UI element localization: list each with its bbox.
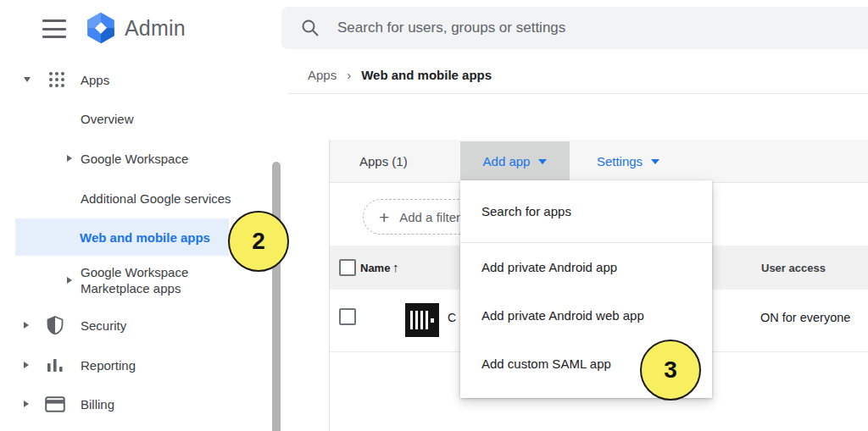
chevron-right-icon bbox=[67, 155, 72, 162]
search-icon bbox=[300, 18, 320, 38]
add-filter-label: Add a filter bbox=[399, 210, 460, 224]
menu-item-label: Search for apps bbox=[481, 204, 571, 218]
menu-item-add-private-android-app[interactable]: Add private Android app bbox=[460, 243, 712, 291]
sidebar-item-label: Overview bbox=[81, 112, 134, 126]
chevron-right-icon bbox=[24, 322, 29, 329]
step-2-annotation-badge: 2 bbox=[228, 211, 289, 272]
sidebar-item-label: Billing bbox=[81, 397, 114, 412]
sidebar-scrollbar[interactable] bbox=[272, 162, 281, 431]
credit-card-icon bbox=[45, 396, 65, 412]
sidebar-item-additional-google-services[interactable]: Additional Google services bbox=[0, 189, 254, 207]
breadcrumb: Apps › Web and mobile apps bbox=[308, 68, 492, 82]
sidebar-item-google-workspace[interactable]: Google Workspace bbox=[0, 149, 237, 168]
chevron-right-icon bbox=[24, 401, 29, 407]
chevron-right-icon bbox=[67, 277, 72, 284]
sidebar-item-label: Google Workspace Marketplace apps bbox=[81, 264, 214, 296]
select-all-checkbox[interactable] bbox=[339, 259, 356, 276]
dropdown-caret-icon bbox=[651, 159, 659, 164]
settings-button[interactable]: Settings bbox=[581, 141, 675, 181]
hamburger-menu-icon[interactable] bbox=[42, 19, 66, 38]
sidebar-item-apps[interactable]: Apps bbox=[0, 69, 237, 90]
google-admin-logo-icon bbox=[84, 11, 118, 48]
dropdown-caret-icon bbox=[538, 159, 547, 164]
user-access-value: ON for everyone bbox=[760, 311, 850, 324]
shield-icon bbox=[45, 315, 65, 335]
breadcrumb-separator: › bbox=[347, 68, 351, 82]
sidebar-item-label: Apps bbox=[81, 73, 109, 87]
apps-count-label: Apps (1) bbox=[359, 154, 408, 169]
add-app-button-label: Add app bbox=[483, 154, 531, 169]
menu-item-add-private-android-web-app[interactable]: Add private Android web app bbox=[460, 291, 712, 340]
app-name-link[interactable]: C bbox=[448, 311, 456, 324]
breadcrumb-divider bbox=[288, 93, 868, 94]
menu-item-label: Add private Android web app bbox=[481, 308, 644, 323]
add-app-button[interactable]: Add app bbox=[460, 141, 570, 181]
menu-item-label: Add custom SAML app bbox=[481, 356, 611, 371]
breadcrumb-current: Web and mobile apps bbox=[361, 68, 492, 82]
global-search-bar[interactable] bbox=[281, 7, 868, 49]
sidebar-item-web-and-mobile-apps[interactable]: Web and mobile apps bbox=[15, 218, 229, 256]
search-input[interactable] bbox=[337, 19, 795, 36]
sidebar-item-security[interactable]: Security bbox=[0, 314, 237, 336]
column-header-user-access: User access bbox=[761, 262, 826, 274]
menu-item-label: Add private Android app bbox=[481, 260, 617, 274]
row-checkbox[interactable] bbox=[339, 308, 356, 325]
sidebar-item-reporting[interactable]: Reporting bbox=[0, 354, 237, 376]
sidebar-item-marketplace-apps[interactable]: Google Workspace Marketplace apps bbox=[0, 261, 237, 300]
add-filter-chip[interactable]: + Add a filter bbox=[363, 199, 476, 235]
sidebar-item-billing[interactable]: Billing bbox=[0, 393, 237, 415]
breadcrumb-apps-link[interactable]: Apps bbox=[308, 68, 337, 82]
sidebar-item-label: Reporting bbox=[81, 358, 136, 373]
step-3-annotation-badge: 3 bbox=[640, 340, 701, 401]
column-header-name[interactable]: Name bbox=[360, 262, 390, 274]
chevron-right-icon bbox=[24, 362, 29, 368]
sidebar-item-label: Additional Google services bbox=[81, 191, 231, 206]
plus-icon: + bbox=[379, 208, 389, 226]
chevron-down-icon bbox=[24, 77, 31, 82]
menu-item-search-for-apps[interactable]: Search for apps bbox=[460, 180, 712, 242]
page-title: Admin bbox=[125, 16, 186, 41]
bar-chart-icon bbox=[47, 357, 64, 373]
sort-ascending-icon: ↑ bbox=[392, 260, 399, 274]
sidebar-item-label: Web and mobile apps bbox=[80, 230, 210, 245]
settings-button-label: Settings bbox=[597, 154, 643, 169]
sidebar-item-label: Security bbox=[81, 318, 126, 333]
app-logo-icon bbox=[405, 303, 439, 337]
apps-grid-icon bbox=[47, 70, 66, 89]
sidebar-item-label: Google Workspace bbox=[81, 152, 188, 166]
sidebar-item-overview[interactable]: Overview bbox=[0, 109, 237, 128]
